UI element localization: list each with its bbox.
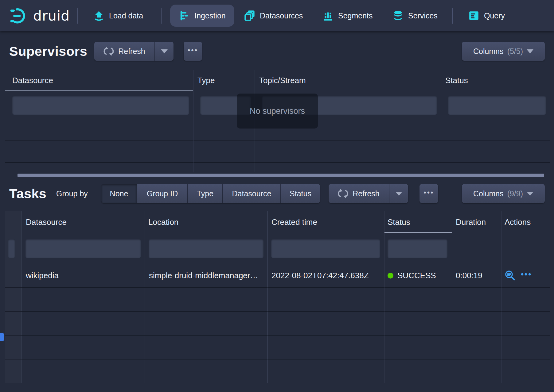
- cell-created-time[interactable]: 2022-08-02T07:42:47.638Z: [268, 264, 384, 288]
- horizontal-scrollbar[interactable]: [18, 174, 544, 177]
- column-header-type[interactable]: Type: [193, 70, 255, 91]
- view-details-icon[interactable]: [505, 270, 516, 281]
- group-by-button-group: None Group ID Type Datasource Status: [101, 184, 320, 203]
- query-icon: [468, 10, 479, 21]
- status-filter-input[interactable]: [448, 96, 546, 115]
- created-time-filter-input[interactable]: [271, 239, 380, 258]
- cell-location[interactable]: simple-druid-middlemanager…: [145, 264, 268, 288]
- top-nav: druid Load data Ingestion: [0, 0, 554, 31]
- column-header-status[interactable]: Status: [441, 70, 550, 91]
- location-filter-input[interactable]: [149, 239, 263, 258]
- empty-cell: [22, 288, 145, 312]
- empty-cell: [441, 119, 550, 141]
- datasource-filter-input[interactable]: [12, 96, 189, 115]
- nav-item-segments[interactable]: Segments: [322, 0, 373, 31]
- filter-cell: [22, 233, 145, 264]
- columns-label: Columns: [473, 47, 504, 56]
- chevron-down-icon: [396, 192, 402, 196]
- druid-logo-icon: [10, 7, 28, 25]
- chevron-down-icon: [527, 49, 533, 53]
- supervisors-columns-button[interactable]: Columns (5/5): [462, 42, 545, 61]
- status-filter-input[interactable]: [388, 239, 447, 258]
- filter-cell: [441, 91, 550, 119]
- column-header-location[interactable]: Location: [145, 211, 268, 233]
- refresh-dropdown-button[interactable]: [154, 42, 174, 61]
- empty-cell: [384, 312, 452, 336]
- column-header-duration[interactable]: Duration: [452, 211, 501, 233]
- clipped-filter-input[interactable]: [8, 239, 15, 258]
- group-by-group-id-button[interactable]: Group ID: [137, 184, 187, 203]
- refresh-button[interactable]: Refresh: [329, 184, 389, 203]
- empty-cell: [452, 336, 501, 359]
- empty-cell: [452, 359, 501, 383]
- refresh-icon: [338, 188, 348, 199]
- empty-cell: [268, 359, 384, 383]
- empty-cell: [22, 312, 145, 336]
- empty-cell: [255, 141, 441, 163]
- filter-cell: [384, 233, 452, 264]
- filter-cell: [5, 233, 22, 264]
- column-header-created-time[interactable]: Created time: [268, 211, 384, 233]
- filter-cell: [145, 233, 268, 264]
- nav-label: Segments: [338, 11, 373, 20]
- nav-item-datasources[interactable]: Datasources: [244, 0, 303, 31]
- scroll-indicator: [0, 333, 4, 341]
- clipped-column-header: [5, 211, 22, 233]
- empty-cell: [5, 336, 22, 359]
- empty-cell: [255, 163, 441, 172]
- empty-cell: [268, 312, 384, 336]
- tasks-columns-button[interactable]: Columns (9/9): [462, 184, 545, 203]
- group-by-status-button[interactable]: Status: [280, 184, 320, 203]
- group-by-datasource-button[interactable]: Datasource: [222, 184, 280, 203]
- chevron-down-icon: [161, 49, 168, 53]
- nav-item-query[interactable]: Query: [468, 0, 505, 31]
- group-by-none-button[interactable]: None: [101, 184, 137, 203]
- supervisors-more-button[interactable]: •••: [184, 42, 202, 61]
- empty-cell: [5, 288, 22, 312]
- column-header-status[interactable]: Status: [384, 211, 452, 233]
- supervisors-empty-state: No supervisors: [237, 94, 318, 129]
- columns-count: (5/5): [507, 47, 523, 56]
- brand[interactable]: druid: [10, 0, 70, 31]
- empty-cell: [501, 336, 550, 359]
- datasources-icon: [244, 10, 255, 21]
- brand-name: druid: [33, 8, 70, 24]
- nav-item-load-data[interactable]: Load data: [93, 0, 143, 31]
- nav-item-ingestion[interactable]: Ingestion: [170, 5, 234, 27]
- group-by-type-button[interactable]: Type: [187, 184, 222, 203]
- cell-status[interactable]: SUCCESS: [384, 264, 452, 288]
- empty-cell: [145, 359, 268, 383]
- column-header-datasource[interactable]: Datasource: [5, 70, 193, 91]
- nav-label: Ingestion: [194, 11, 225, 20]
- nav-item-services[interactable]: Services: [392, 0, 438, 31]
- table-row-cell: [5, 264, 22, 288]
- empty-cell: [5, 312, 22, 336]
- tasks-table: Datasource Location Created time Status …: [5, 211, 550, 383]
- cell-datasource[interactable]: wikipedia: [22, 264, 145, 288]
- empty-cell: [501, 288, 550, 312]
- column-header-datasource[interactable]: Datasource: [22, 211, 145, 233]
- filter-cell: [268, 233, 384, 264]
- datasource-filter-input[interactable]: [25, 239, 141, 258]
- column-header-topic-stream[interactable]: Topic/Stream: [255, 70, 441, 91]
- empty-cell: [452, 288, 501, 312]
- refresh-dropdown-button[interactable]: [389, 184, 408, 203]
- success-dot-icon: [388, 273, 393, 279]
- empty-cell: [441, 163, 550, 172]
- empty-cell: [268, 288, 384, 312]
- ingestion-icon: [179, 10, 190, 21]
- status-text: SUCCESS: [397, 271, 436, 280]
- empty-cell: [22, 336, 145, 359]
- cell-duration[interactable]: 0:00:19: [452, 264, 501, 288]
- druid-console: druid Load data Ingestion: [0, 0, 554, 392]
- nav-divider: [77, 8, 78, 24]
- empty-cell: [193, 163, 255, 172]
- chevron-down-icon: [527, 192, 533, 196]
- refresh-icon: [103, 46, 114, 56]
- empty-cell: [5, 163, 193, 172]
- tasks-more-button[interactable]: •••: [419, 184, 438, 203]
- refresh-button[interactable]: Refresh: [94, 42, 154, 61]
- supervisors-title: Supervisors: [9, 42, 87, 61]
- row-actions-icon[interactable]: •••: [521, 270, 532, 278]
- tasks-refresh-group: Refresh: [329, 184, 408, 203]
